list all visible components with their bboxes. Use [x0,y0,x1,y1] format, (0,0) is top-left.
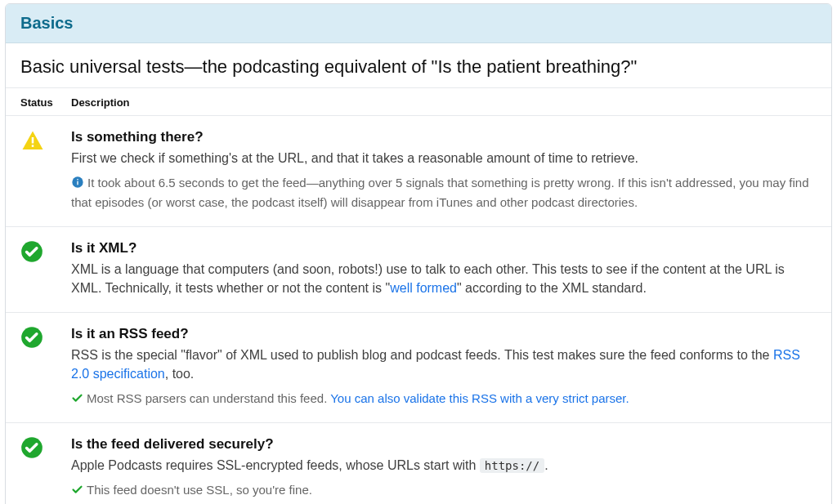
column-header-description: Description [71,96,817,109]
body-text-post: , too. [165,367,195,381]
panel-header: Basics [6,4,831,43]
check-icon [71,392,83,404]
check-body: First we check if something's at the URL… [71,149,817,167]
status-cell [20,129,71,212]
checks-list: Is something there? First we check if so… [6,116,831,504]
description-cell: Is the feed delivered securely? Apple Po… [71,436,817,499]
strict-parser-link[interactable]: You can also validate this RSS with a ve… [330,391,629,405]
svg-rect-0 [32,137,34,144]
description-cell: Is it XML? XML is a language that comput… [71,240,817,297]
note-text-pre: Most RSS parsers can understand this fee… [87,391,330,405]
info-icon [71,176,84,194]
body-text-pre: Apple Podcasts requires SSL-encrypted fe… [71,458,480,472]
svg-rect-1 [32,145,34,147]
column-header-status: Status [20,96,71,109]
warning-icon [20,129,71,154]
success-icon [20,436,71,459]
status-cell [20,436,71,499]
svg-rect-3 [77,181,78,185]
check-body: Apple Podcasts requires SSL-encrypted fe… [71,456,817,475]
basics-panel: Basics Basic universal tests—the podcast… [5,3,832,504]
check-row: Is it XML? XML is a language that comput… [6,227,831,313]
body-text-post: " according to the XML standard. [457,281,647,295]
svg-rect-4 [77,179,78,180]
description-cell: Is it an RSS feed? RSS is the special "f… [71,326,817,408]
body-text-post: . [544,458,548,472]
check-title: Is it XML? [71,240,817,256]
success-icon [20,240,71,263]
well-formed-link[interactable]: well formed [390,281,457,295]
check-note: Most RSS parsers can understand this fee… [71,390,817,408]
check-icon [71,484,83,496]
note-text: It took about 6.5 seconds to get the fee… [71,176,809,209]
success-icon [20,326,71,349]
body-text-pre: RSS is the special "flavor" of XML used … [71,348,773,362]
check-title: Is something there? [71,129,817,145]
status-cell [20,240,71,297]
check-body: RSS is the special "flavor" of XML used … [71,346,817,383]
check-title: Is it an RSS feed? [71,326,817,342]
check-note: This feed doesn't use SSL, so you're fin… [71,481,817,499]
check-title: Is the feed delivered securely? [71,436,817,453]
check-row: Is something there? First we check if so… [6,116,831,227]
check-note: It took about 6.5 seconds to get the fee… [71,174,817,212]
https-code: https:// [480,458,544,473]
panel-subtitle: Basic universal tests—the podcasting equ… [6,43,831,88]
check-body: XML is a language that computers (and so… [71,260,817,297]
note-text: This feed doesn't use SSL, so you're fin… [87,483,312,497]
panel-title: Basics [20,14,817,33]
status-cell [20,326,71,408]
description-cell: Is something there? First we check if so… [71,129,817,212]
check-row: Is it an RSS feed? RSS is the special "f… [6,313,831,423]
table-header: Status Description [6,88,831,116]
check-row: Is the feed delivered securely? Apple Po… [6,423,831,504]
